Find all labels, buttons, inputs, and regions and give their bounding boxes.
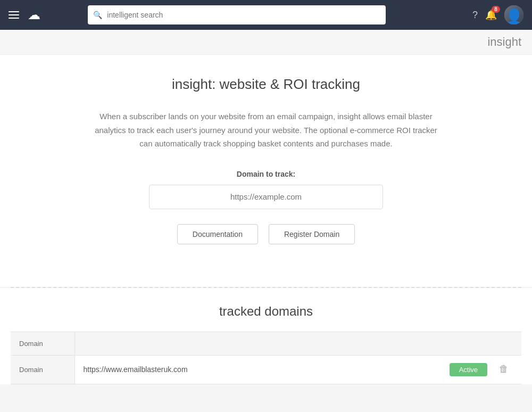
logo-icon[interactable]: ☁ <box>28 7 40 22</box>
avatar[interactable]: 👤 <box>504 5 523 24</box>
status-badge: Active <box>450 363 487 376</box>
navbar: ☁ 🔍 ? 🔔 8 👤 <box>0 0 532 30</box>
avatar-image: 👤 <box>504 5 523 24</box>
row-actions: Active 🗑 <box>343 355 521 384</box>
main-content: insight: website & ROI tracking When a s… <box>0 55 532 287</box>
breadcrumb: insight <box>0 30 532 55</box>
avatar-person-icon: 👤 <box>505 10 523 24</box>
page-description: When a subscriber lands on your website … <box>90 110 442 151</box>
table-row: Domain https://www.emailblasteruk.com Ac… <box>11 355 521 384</box>
register-domain-button[interactable]: Register Domain <box>269 224 355 244</box>
domain-input[interactable] <box>149 185 383 209</box>
breadcrumb-text: insight <box>487 35 521 48</box>
notifications-button[interactable]: 🔔 8 <box>485 9 497 21</box>
delete-icon[interactable]: 🗑 <box>495 362 513 375</box>
notif-badge: 8 <box>492 6 500 13</box>
row-domain-url: https://www.emailblasteruk.com <box>74 355 343 384</box>
search-icon: 🔍 <box>93 11 102 19</box>
tracked-domains-title: tracked domains <box>11 304 521 319</box>
domain-label: Domain to track: <box>11 170 521 178</box>
navbar-right: ? 🔔 8 👤 <box>472 5 523 24</box>
documentation-button[interactable]: Documentation <box>177 224 258 244</box>
help-icon[interactable]: ? <box>472 10 478 21</box>
action-buttons: Documentation Register Domain <box>11 224 521 244</box>
search-bar: 🔍 <box>88 5 386 24</box>
table-header-domain: Domain <box>11 332 74 355</box>
navbar-left: ☁ <box>9 7 40 22</box>
tracked-domains-section: tracked domains Domain Domain https://ww… <box>0 288 532 384</box>
menu-icon[interactable] <box>9 11 19 19</box>
domains-table: Domain Domain https://www.emailblasteruk… <box>11 332 521 384</box>
row-domain-label: Domain <box>11 355 74 384</box>
search-input[interactable] <box>88 5 386 24</box>
page-title: insight: website & ROI tracking <box>11 76 521 93</box>
